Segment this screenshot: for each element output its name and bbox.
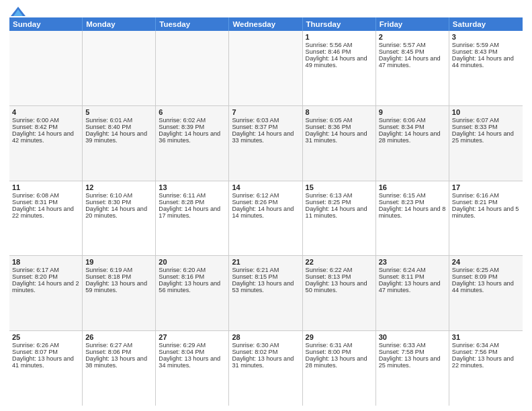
sunset-time: Sunset: 8:33 PM [452,124,498,130]
daylight-hours: Daylight: 13 hours and 50 minutes. [306,280,367,293]
sunset-time: Sunset: 8:18 PM [85,273,131,280]
calendar-cell: 30Sunrise: 6:33 AMSunset: 7:58 PMDayligh… [376,331,449,406]
calendar-cell: 16Sunrise: 6:15 AMSunset: 8:23 PMDayligh… [376,181,449,256]
sunset-time: Sunset: 8:36 PM [306,124,351,130]
calendar-cell: 24Sunrise: 6:25 AMSunset: 8:09 PMDayligh… [449,256,523,330]
daylight-hours: Daylight: 14 hours and 8 minutes. [379,205,446,219]
sunset-time: Sunset: 8:25 PM [306,199,351,205]
calendar-cell: 21Sunrise: 6:21 AMSunset: 8:15 PMDayligh… [229,256,302,330]
sunrise-time: Sunrise: 6:05 AM [306,117,353,124]
daylight-hours: Daylight: 13 hours and 25 minutes. [379,355,441,369]
daylight-hours: Daylight: 14 hours and 33 minutes. [232,130,294,144]
sunrise-time: Sunrise: 6:24 AM [379,267,426,273]
day-number: 12 [85,183,152,191]
header [9,7,523,15]
sunset-time: Sunset: 8:16 PM [159,273,204,280]
sunrise-time: Sunrise: 6:15 AM [379,192,426,199]
sunset-time: Sunset: 8:09 PM [452,273,498,280]
daylight-hours: Daylight: 13 hours and 59 minutes. [85,280,147,293]
daylight-hours: Daylight: 13 hours and 28 minutes. [306,355,367,369]
daylight-hours: Daylight: 13 hours and 34 minutes. [159,355,220,369]
sunset-time: Sunset: 8:11 PM [379,273,425,280]
calendar-cell: 13Sunrise: 6:11 AMSunset: 8:28 PMDayligh… [156,181,229,256]
sunset-time: Sunset: 8:31 PM [12,199,58,205]
logo [9,7,26,15]
sunset-time: Sunset: 7:58 PM [379,349,425,355]
sunrise-time: Sunrise: 6:31 AM [306,342,353,349]
sunrise-time: Sunrise: 6:08 AM [12,192,59,199]
calendar-cell: 6Sunrise: 6:02 AMSunset: 8:39 PMDaylight… [156,106,229,181]
calendar-cell: 12Sunrise: 6:10 AMSunset: 8:30 PMDayligh… [83,181,156,256]
sunset-time: Sunset: 8:39 PM [159,124,204,130]
daylight-hours: Daylight: 14 hours and 5 minutes. [452,205,519,219]
day-header-friday: Friday [376,17,449,31]
daylight-hours: Daylight: 13 hours and 53 minutes. [232,280,294,293]
daylight-hours: Daylight: 14 hours and 17 minutes. [159,205,220,219]
sunset-time: Sunset: 8:07 PM [12,349,58,355]
daylight-hours: Daylight: 13 hours and 47 minutes. [379,280,441,293]
daylight-hours: Daylight: 13 hours and 31 minutes. [232,355,294,369]
sunrise-time: Sunrise: 6:19 AM [85,267,132,273]
day-header-tuesday: Tuesday [156,17,229,31]
sunrise-time: Sunrise: 6:07 AM [452,117,499,124]
daylight-hours: Daylight: 14 hours and 39 minutes. [85,130,147,144]
sunrise-time: Sunrise: 5:57 AM [379,42,426,48]
day-header-saturday: Saturday [449,17,523,31]
sunrise-time: Sunrise: 6:12 AM [232,192,279,199]
daylight-hours: Daylight: 14 hours and 44 minutes. [452,55,514,68]
day-number: 11 [12,183,79,191]
calendar-cell: 17Sunrise: 6:16 AMSunset: 8:21 PMDayligh… [449,181,523,256]
calendar-cell: 9Sunrise: 6:06 AMSunset: 8:34 PMDaylight… [376,106,449,181]
day-number: 20 [159,258,226,266]
day-number: 24 [452,258,520,266]
sunset-time: Sunset: 8:45 PM [379,48,425,55]
daylight-hours: Daylight: 14 hours and 22 minutes. [12,205,74,219]
calendar-week-1: 1Sunrise: 5:56 AMSunset: 8:46 PMDaylight… [9,31,523,106]
day-number: 1 [306,33,373,41]
day-number: 6 [159,108,226,116]
sunrise-time: Sunrise: 6:16 AM [452,192,499,199]
sunrise-time: Sunrise: 6:25 AM [452,267,499,273]
day-header-thursday: Thursday [303,17,376,31]
day-number: 19 [85,258,152,266]
day-number: 18 [12,258,79,266]
day-number: 13 [159,183,226,191]
sunrise-time: Sunrise: 6:02 AM [159,117,206,124]
sunrise-time: Sunrise: 6:27 AM [85,342,132,349]
calendar-body: 1Sunrise: 5:56 AMSunset: 8:46 PMDaylight… [9,31,523,406]
sunset-time: Sunset: 8:23 PM [379,199,425,205]
day-number: 25 [12,333,79,341]
sunset-time: Sunset: 8:21 PM [452,199,498,205]
sunset-time: Sunset: 8:13 PM [306,273,351,280]
sunrise-time: Sunrise: 6:11 AM [159,192,206,199]
page: SundayMondayTuesdayWednesdayThursdayFrid… [0,0,532,411]
calendar-cell: 26Sunrise: 6:27 AMSunset: 8:06 PMDayligh… [83,331,156,406]
sunrise-time: Sunrise: 6:17 AM [12,267,59,273]
sunrise-time: Sunrise: 6:10 AM [85,192,132,199]
day-number: 5 [85,108,152,116]
logo-icon [11,7,26,16]
calendar-cell: 8Sunrise: 6:05 AMSunset: 8:36 PMDaylight… [303,106,376,181]
sunset-time: Sunset: 8:04 PM [159,349,204,355]
day-number: 9 [379,108,446,116]
sunrise-time: Sunrise: 6:33 AM [379,342,426,349]
daylight-hours: Daylight: 13 hours and 38 minutes. [85,355,147,369]
daylight-hours: Daylight: 14 hours and 28 minutes. [379,130,441,144]
daylight-hours: Daylight: 14 hours and 20 minutes. [85,205,147,219]
calendar-cell: 27Sunrise: 6:29 AMSunset: 8:04 PMDayligh… [156,331,229,406]
sunrise-time: Sunrise: 6:21 AM [232,267,279,273]
calendar-cell: 3Sunrise: 5:59 AMSunset: 8:43 PMDaylight… [449,31,523,105]
day-number: 4 [12,108,79,116]
daylight-hours: Daylight: 14 hours and 14 minutes. [232,205,294,219]
sunrise-time: Sunrise: 6:26 AM [12,342,59,349]
calendar-cell: 1Sunrise: 5:56 AMSunset: 8:46 PMDaylight… [303,31,376,105]
sunrise-time: Sunrise: 6:13 AM [306,192,353,199]
day-number: 27 [159,333,226,341]
sunset-time: Sunset: 8:28 PM [159,199,204,205]
calendar-week-5: 25Sunrise: 6:26 AMSunset: 8:07 PMDayligh… [9,331,523,406]
day-header-sunday: Sunday [9,17,83,31]
daylight-hours: Daylight: 13 hours and 22 minutes. [452,355,514,369]
sunrise-time: Sunrise: 6:06 AM [379,117,426,124]
day-number: 16 [379,183,446,191]
calendar-cell: 31Sunrise: 6:34 AMSunset: 7:56 PMDayligh… [449,331,523,406]
